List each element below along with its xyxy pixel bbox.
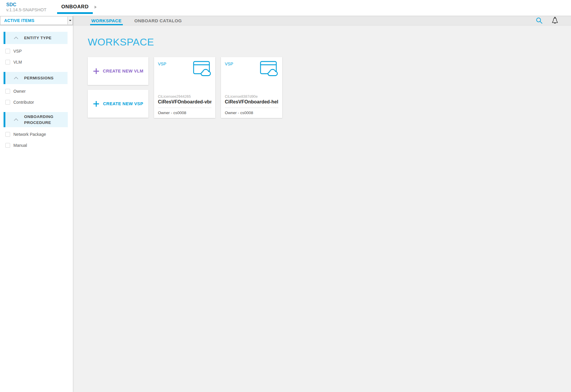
plus-icon: [93, 100, 100, 107]
item-name: CiResVFOnboarded-hel…: [225, 99, 278, 105]
filters-sidebar: ACTIVE ITEMS ENTITY TYPE VSP VLM: [0, 16, 73, 392]
vsp-card-header: VSP: [225, 61, 278, 76]
checkbox[interactable]: [5, 49, 10, 53]
chevron-right-icon[interactable]: [95, 6, 97, 9]
item-owner: Owner - cs0008: [158, 111, 211, 115]
tab-onboard-catalog-label: ONBOARD CATALOG: [134, 18, 182, 23]
vendor-license-name: CiLicensee2944265: [158, 95, 211, 99]
tab-workspace[interactable]: WORKSPACE: [91, 16, 122, 25]
cards-row: CREATE NEW VLM CREATE NEW VSP VSP: [88, 57, 571, 118]
main-area: WORKSPACE ONBOARD CATALOG: [73, 16, 571, 392]
filter-option-network-package[interactable]: Network Package: [0, 129, 73, 140]
vsp-cloud-package-icon: [260, 61, 278, 76]
app-header: SDC v.1.14.5-SNAPSHOT ONBOARD: [0, 0, 571, 16]
checkbox[interactable]: [5, 132, 10, 137]
chevron-up-icon: [14, 77, 18, 79]
item-owner: Owner - cs0008: [225, 111, 278, 115]
checkbox[interactable]: [5, 100, 10, 105]
checkbox-label: Manual: [13, 143, 27, 148]
chevron-down-icon: [69, 20, 71, 21]
chevron-up-icon: [14, 37, 18, 39]
logo-title: SDC: [6, 2, 46, 7]
select-caret-button[interactable]: [68, 17, 72, 24]
filter-group-entity-type: VSP VLM: [0, 45, 73, 67]
checkbox[interactable]: [5, 143, 10, 148]
search-icon[interactable]: [536, 17, 543, 24]
filter-section-entity-type[interactable]: ENTITY TYPE: [4, 32, 68, 44]
create-new-vlm-button[interactable]: CREATE NEW VLM: [88, 57, 148, 85]
section-accent-bar: [4, 32, 5, 44]
checkbox[interactable]: [5, 60, 10, 64]
create-new-vsp-button[interactable]: CREATE NEW VSP: [88, 90, 148, 118]
create-buttons-column: CREATE NEW VLM CREATE NEW VSP: [88, 57, 148, 118]
tab-onboard-active-underline: [57, 12, 93, 14]
filter-section-title: ENTITY TYPE: [24, 35, 51, 41]
item-type-label: VSP: [158, 62, 166, 66]
vendor-license-name: CiLicense8387d90e: [225, 95, 278, 99]
plus-icon: [93, 68, 100, 75]
vsp-card-header: VSP: [158, 61, 211, 76]
create-new-vsp-label: CREATE NEW VSP: [103, 101, 143, 106]
chevron-up-icon: [14, 118, 18, 121]
checkbox-label: VLM: [13, 60, 22, 64]
filter-section-permissions[interactable]: PERMISSIONS: [4, 72, 68, 84]
logo-version: v.1.14.5-SNAPSHOT: [6, 7, 46, 12]
section-accent-bar: [4, 112, 5, 127]
sdc-logo: SDC v.1.14.5-SNAPSHOT: [6, 2, 46, 12]
card-divider: [225, 108, 278, 108]
filter-section-title: ONBOARDING PROCEDURE: [24, 114, 60, 125]
vsp-card-details: CiLicensee2944265 CiResVFOnboarded-vbrg……: [158, 95, 211, 115]
page-title: WORKSPACE: [88, 36, 571, 48]
item-type-label: VSP: [225, 62, 233, 66]
checkbox[interactable]: [5, 89, 10, 94]
item-name: CiResVFOnboarded-vbrg…: [158, 99, 211, 105]
vsp-card-details: CiLicense8387d90e CiResVFOnboarded-hel… …: [225, 95, 278, 115]
filter-section-title: PERMISSIONS: [24, 75, 54, 81]
checkbox-label: Contributor: [13, 100, 34, 105]
sdc-onboard-app: SDC v.1.14.5-SNAPSHOT ONBOARD ACTIVE ITE…: [0, 0, 571, 392]
filter-group-permissions: Owner Contributor: [0, 86, 73, 108]
notifications-bell-icon[interactable]: [551, 17, 559, 25]
items-view-select[interactable]: ACTIVE ITEMS: [0, 16, 73, 25]
tab-onboard-label: ONBOARD: [61, 4, 89, 10]
filter-section-onboarding-procedure[interactable]: ONBOARDING PROCEDURE: [4, 112, 68, 127]
checkbox-label: Owner: [13, 89, 26, 94]
vsp-cloud-package-icon: [193, 61, 211, 76]
filter-group-onboarding-procedure: Network Package Manual: [0, 129, 73, 151]
create-new-vlm-label: CREATE NEW VLM: [103, 69, 144, 73]
topbar-icons: [536, 16, 559, 25]
filter-option-vsp[interactable]: VSP: [0, 45, 73, 56]
filter-option-contributor[interactable]: Contributor: [0, 97, 73, 108]
vsp-card[interactable]: VSP CiLicense8387d90e CiResVFOnboarded-h…: [221, 57, 282, 118]
section-accent-bar: [4, 72, 5, 84]
tab-workspace-label: WORKSPACE: [91, 18, 122, 23]
checkbox-label: VSP: [13, 49, 22, 53]
filter-option-vlm[interactable]: VLM: [0, 56, 73, 67]
card-divider: [158, 108, 211, 108]
filter-option-manual[interactable]: Manual: [0, 140, 73, 151]
items-view-selected-value: ACTIVE ITEMS: [0, 18, 34, 23]
workspace-content: WORKSPACE CREATE NEW VLM: [73, 26, 571, 118]
tab-onboard[interactable]: ONBOARD: [57, 0, 93, 16]
checkbox-label: Network Package: [13, 132, 46, 137]
filter-option-owner[interactable]: Owner: [0, 86, 73, 97]
tab-onboard-catalog[interactable]: ONBOARD CATALOG: [134, 16, 182, 25]
vsp-card[interactable]: VSP CiLicensee2944265 CiResVFOnboarded-v…: [154, 57, 215, 118]
main-topbar: WORKSPACE ONBOARD CATALOG: [73, 16, 571, 26]
